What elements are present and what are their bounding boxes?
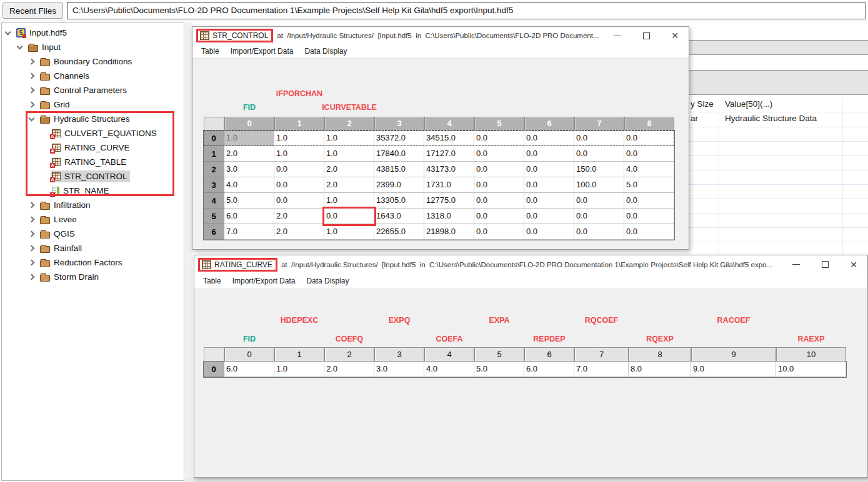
cell-r2c2[interactable]: 2.0 bbox=[324, 162, 374, 177]
tree-item-boundary-conditions[interactable]: Boundary Conditions bbox=[2, 54, 184, 69]
tree-item-reduction-factors[interactable]: Reduction Factors bbox=[2, 255, 184, 270]
tree-item-storm-drain[interactable]: Storm Drain bbox=[2, 270, 184, 284]
cell-r2c3[interactable]: 43815.0 bbox=[374, 162, 424, 177]
cell-r4c0[interactable]: 5.0 bbox=[224, 193, 274, 209]
tree-item-infiltration[interactable]: Infiltration bbox=[2, 198, 184, 212]
cell-r6c4[interactable]: 21898.0 bbox=[424, 224, 474, 240]
tree-item-rating-table[interactable]: ARATING_TABLE bbox=[2, 155, 184, 169]
cell-r1c1[interactable]: 1.0 bbox=[274, 146, 324, 162]
file-path-input[interactable]: C:\Users\Public\Documents\FLO-2D PRO Doc… bbox=[67, 2, 866, 19]
cell-r3c7[interactable]: 100.0 bbox=[574, 177, 624, 193]
minimize-button[interactable] bbox=[791, 260, 801, 270]
cell-r2c8[interactable]: 4.0 bbox=[624, 162, 674, 177]
close-button[interactable]: ✕ bbox=[670, 31, 680, 41]
cell-r4c1[interactable]: 0.0 bbox=[274, 193, 324, 209]
chevron-right-icon[interactable] bbox=[29, 245, 35, 252]
cell-r2c4[interactable]: 43173.0 bbox=[424, 162, 474, 177]
cell-r3c3[interactable]: 2399.0 bbox=[374, 177, 424, 193]
cell-r4c3[interactable]: 13305.0 bbox=[374, 193, 424, 209]
chevron-right-icon[interactable] bbox=[29, 202, 35, 209]
column-header-2[interactable]: 2 bbox=[324, 347, 374, 362]
cell-r0c5[interactable]: 0.0 bbox=[474, 130, 524, 146]
menu-import-export-data[interactable]: Import/Export Data bbox=[225, 47, 299, 56]
menu-import-export-data[interactable]: Import/Export Data bbox=[227, 277, 301, 285]
cell-r0c3[interactable]: 3.0 bbox=[374, 362, 424, 377]
chevron-right-icon[interactable] bbox=[29, 102, 35, 108]
cell-r1c6[interactable]: 0.0 bbox=[524, 146, 574, 162]
column-header-3[interactable]: 3 bbox=[374, 347, 424, 362]
tree-item-rainfall[interactable]: Rainfall bbox=[2, 241, 184, 255]
cell-r3c1[interactable]: 0.0 bbox=[274, 177, 324, 193]
str-control-titlebar[interactable]: STR_CONTROL at /Input/Hydraulic Structur… bbox=[192, 27, 689, 44]
cell-r0c10[interactable]: 10.0 bbox=[776, 362, 846, 377]
cell-r2c0[interactable]: 3.0 bbox=[224, 162, 274, 177]
tree-item-channels[interactable]: Channels bbox=[2, 69, 184, 83]
cell-r4c2[interactable]: 1.0 bbox=[324, 193, 374, 209]
maximize-button[interactable] bbox=[641, 31, 651, 41]
close-button[interactable]: ✕ bbox=[849, 260, 859, 270]
chevron-down-icon[interactable] bbox=[29, 115, 35, 121]
column-header-4[interactable]: 4 bbox=[424, 347, 474, 362]
column-header-1[interactable]: 1 bbox=[274, 347, 324, 362]
tree-item-grid[interactable]: Grid bbox=[2, 97, 184, 112]
row-header-4[interactable]: 4 bbox=[204, 193, 224, 209]
chevron-right-icon[interactable] bbox=[29, 87, 35, 94]
row-header-6[interactable]: 6 bbox=[204, 224, 224, 240]
row-header-1[interactable]: 1 bbox=[204, 146, 224, 162]
column-header-1[interactable]: 1 bbox=[274, 117, 324, 130]
cell-r0c5[interactable]: 5.0 bbox=[474, 362, 524, 377]
cell-r3c4[interactable]: 1731.0 bbox=[424, 177, 474, 193]
cell-r3c0[interactable]: 4.0 bbox=[224, 177, 274, 193]
column-header-7[interactable]: 7 bbox=[574, 347, 629, 362]
chevron-down-icon[interactable] bbox=[17, 43, 23, 49]
cell-r0c2[interactable]: 1.0 bbox=[324, 130, 374, 146]
cell-r1c2[interactable]: 1.0 bbox=[324, 146, 374, 162]
cell-r1c8[interactable]: 0.0 bbox=[624, 146, 674, 162]
cell-r0c4[interactable]: 34515.0 bbox=[424, 130, 474, 146]
cell-r4c5[interactable]: 0.0 bbox=[474, 193, 524, 209]
cell-r5c0[interactable]: 6.0 bbox=[224, 209, 274, 224]
cell-r0c7[interactable]: 0.0 bbox=[574, 130, 624, 146]
cell-r1c4[interactable]: 17127.0 bbox=[424, 146, 474, 162]
cell-r3c2[interactable]: 2.0 bbox=[324, 177, 374, 193]
cell-r6c2[interactable]: 1.0 bbox=[324, 224, 374, 240]
cell-r6c7[interactable]: 0.0 bbox=[574, 224, 624, 240]
menu-table[interactable]: Table bbox=[197, 277, 227, 285]
chevron-right-icon[interactable] bbox=[29, 231, 35, 237]
rating-curve-titlebar[interactable]: RATING_CURVE at /Input/Hydraulic Structu… bbox=[194, 255, 867, 273]
cell-r2c5[interactable]: 0.0 bbox=[474, 162, 524, 177]
cell-r5c2[interactable]: 0.0 bbox=[324, 209, 374, 224]
cell-r0c0[interactable]: 6.0 bbox=[224, 362, 274, 377]
column-header-2[interactable]: 2 bbox=[324, 117, 374, 130]
cell-r3c5[interactable]: 0.0 bbox=[474, 177, 524, 193]
menu-data-display[interactable]: Data Display bbox=[299, 47, 352, 56]
column-header-8[interactable]: 8 bbox=[629, 347, 691, 362]
menu-data-display[interactable]: Data Display bbox=[301, 277, 354, 285]
tree-item-rating-curve[interactable]: ARATING_CURVE bbox=[2, 140, 184, 155]
tree-item-str-name[interactable]: ASTR_NAME bbox=[2, 184, 184, 198]
row-header-5[interactable]: 5 bbox=[204, 209, 224, 224]
tree-item-hydraulic-structures[interactable]: Hydraulic Structures bbox=[2, 112, 184, 126]
cell-r5c3[interactable]: 1643.0 bbox=[374, 209, 424, 224]
tree-item-culvert-equations[interactable]: ACULVERT_EQUATIONS bbox=[2, 126, 184, 140]
cell-r1c0[interactable]: 2.0 bbox=[224, 146, 274, 162]
cell-r0c0[interactable]: 1.0 bbox=[224, 130, 274, 146]
cell-r0c6[interactable]: 0.0 bbox=[524, 130, 574, 146]
cell-r5c6[interactable]: 0.0 bbox=[524, 209, 574, 224]
recent-files-button[interactable]: Recent Files bbox=[2, 2, 63, 19]
cell-r0c4[interactable]: 4.0 bbox=[424, 362, 474, 377]
chevron-down-icon[interactable] bbox=[5, 29, 11, 35]
cell-r0c3[interactable]: 35372.0 bbox=[374, 130, 424, 146]
cell-r5c4[interactable]: 1318.0 bbox=[424, 209, 474, 224]
cell-r0c7[interactable]: 7.0 bbox=[574, 362, 629, 377]
column-header-7[interactable]: 7 bbox=[574, 117, 624, 130]
column-header-3[interactable]: 3 bbox=[374, 117, 424, 130]
chevron-right-icon[interactable] bbox=[29, 260, 35, 266]
cell-r1c5[interactable]: 0.0 bbox=[474, 146, 524, 162]
column-header-6[interactable]: 6 bbox=[524, 347, 574, 362]
cell-r4c4[interactable]: 12775.0 bbox=[424, 193, 474, 209]
cell-r0c2[interactable]: 2.0 bbox=[324, 362, 374, 377]
cell-r6c0[interactable]: 7.0 bbox=[224, 224, 274, 240]
cell-r4c8[interactable]: 0.0 bbox=[624, 193, 674, 209]
chevron-right-icon[interactable] bbox=[29, 274, 35, 280]
